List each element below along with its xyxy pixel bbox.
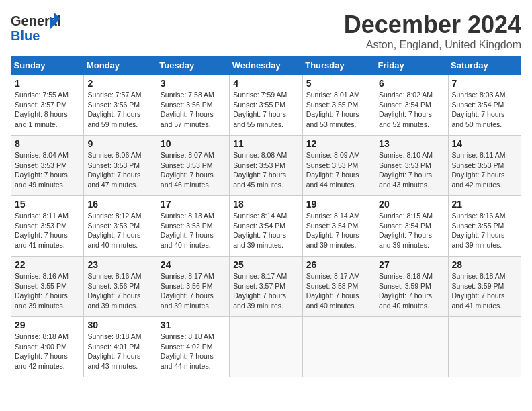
day-number: 4 (233, 78, 298, 89)
day-number: 25 (233, 259, 298, 270)
calendar-cell: 24Sunrise: 8:17 AM Sunset: 3:56 PM Dayli… (157, 257, 229, 317)
week-row-4: 22Sunrise: 8:16 AM Sunset: 3:55 PM Dayli… (11, 257, 521, 317)
day-info: Sunrise: 8:07 AM Sunset: 3:53 PM Dayligh… (161, 150, 226, 190)
day-number: 17 (161, 199, 226, 210)
week-row-3: 15Sunrise: 8:11 AM Sunset: 3:53 PM Dayli… (11, 196, 521, 257)
logo: GeneralBlue (11, 11, 64, 44)
calendar-cell: 12Sunrise: 8:09 AM Sunset: 3:53 PM Dayli… (302, 136, 375, 196)
day-number: 28 (452, 259, 517, 270)
day-info: Sunrise: 8:03 AM Sunset: 3:54 PM Dayligh… (452, 90, 517, 130)
day-number: 22 (15, 259, 80, 270)
day-number: 6 (379, 78, 444, 89)
day-info: Sunrise: 8:04 AM Sunset: 3:53 PM Dayligh… (15, 150, 80, 190)
title-block: December 2024 Aston, England, United Kin… (344, 11, 521, 51)
calendar-cell: 27Sunrise: 8:18 AM Sunset: 3:59 PM Dayli… (375, 257, 448, 317)
week-row-2: 8Sunrise: 8:04 AM Sunset: 3:53 PM Daylig… (11, 136, 521, 196)
calendar-table: SundayMondayTuesdayWednesdayThursdayFrid… (11, 56, 521, 377)
day-info: Sunrise: 8:01 AM Sunset: 3:55 PM Dayligh… (306, 90, 371, 130)
weekday-header-friday: Friday (375, 56, 448, 75)
weekday-header-monday: Monday (84, 56, 157, 75)
day-info: Sunrise: 8:14 AM Sunset: 3:54 PM Dayligh… (233, 211, 298, 250)
week-row-1: 1Sunrise: 7:55 AM Sunset: 3:57 PM Daylig… (11, 75, 521, 136)
day-number: 24 (161, 259, 226, 270)
day-info: Sunrise: 8:06 AM Sunset: 3:53 PM Dayligh… (87, 150, 152, 190)
day-info: Sunrise: 8:17 AM Sunset: 3:56 PM Dayligh… (161, 271, 226, 311)
day-info: Sunrise: 8:12 AM Sunset: 3:53 PM Dayligh… (87, 211, 152, 250)
calendar-cell: 16Sunrise: 8:12 AM Sunset: 3:53 PM Dayli… (84, 196, 157, 257)
week-row-5: 29Sunrise: 8:18 AM Sunset: 4:00 PM Dayli… (11, 317, 521, 377)
calendar-cell: 28Sunrise: 8:18 AM Sunset: 3:59 PM Dayli… (448, 257, 521, 317)
day-number: 20 (379, 199, 444, 210)
calendar-cell: 29Sunrise: 8:18 AM Sunset: 4:00 PM Dayli… (11, 317, 84, 377)
calendar-cell: 15Sunrise: 8:11 AM Sunset: 3:53 PM Dayli… (11, 196, 84, 257)
calendar-cell: 17Sunrise: 8:13 AM Sunset: 3:53 PM Dayli… (157, 196, 229, 257)
day-number: 16 (87, 199, 152, 210)
calendar-cell: 10Sunrise: 8:07 AM Sunset: 3:53 PM Dayli… (157, 136, 229, 196)
day-info: Sunrise: 8:02 AM Sunset: 3:54 PM Dayligh… (379, 90, 444, 130)
calendar-cell (448, 317, 521, 377)
day-number: 30 (87, 320, 152, 330)
location: Aston, England, United Kingdom (344, 39, 521, 51)
calendar-cell: 19Sunrise: 8:14 AM Sunset: 3:54 PM Dayli… (302, 196, 375, 257)
day-number: 2 (87, 78, 152, 89)
weekday-header-tuesday: Tuesday (157, 56, 229, 75)
day-info: Sunrise: 7:55 AM Sunset: 3:57 PM Dayligh… (15, 90, 80, 130)
calendar-cell: 26Sunrise: 8:17 AM Sunset: 3:58 PM Dayli… (302, 257, 375, 317)
day-info: Sunrise: 8:18 AM Sunset: 4:02 PM Dayligh… (161, 332, 226, 371)
weekday-header-wednesday: Wednesday (230, 56, 302, 75)
calendar-cell (375, 317, 448, 377)
header: GeneralBlue December 2024 Aston, England… (11, 11, 521, 51)
day-number: 26 (306, 259, 371, 270)
calendar-cell: 9Sunrise: 8:06 AM Sunset: 3:53 PM Daylig… (84, 136, 157, 196)
calendar-cell: 2Sunrise: 7:57 AM Sunset: 3:56 PM Daylig… (84, 75, 157, 136)
day-number: 27 (379, 259, 444, 270)
day-info: Sunrise: 7:59 AM Sunset: 3:55 PM Dayligh… (233, 90, 298, 130)
day-info: Sunrise: 8:16 AM Sunset: 3:55 PM Dayligh… (15, 271, 80, 311)
weekday-header-thursday: Thursday (302, 56, 375, 75)
day-number: 21 (452, 199, 517, 210)
calendar-cell (230, 317, 302, 377)
day-number: 14 (452, 138, 517, 149)
day-number: 15 (15, 199, 80, 210)
calendar-cell: 20Sunrise: 8:15 AM Sunset: 3:54 PM Dayli… (375, 196, 448, 257)
day-number: 12 (306, 138, 371, 149)
calendar-cell: 8Sunrise: 8:04 AM Sunset: 3:53 PM Daylig… (11, 136, 84, 196)
calendar-cell: 31Sunrise: 8:18 AM Sunset: 4:02 PM Dayli… (157, 317, 229, 377)
day-number: 18 (233, 199, 298, 210)
svg-text:Blue: Blue (11, 28, 40, 43)
day-info: Sunrise: 8:08 AM Sunset: 3:53 PM Dayligh… (233, 150, 298, 190)
day-number: 19 (306, 199, 371, 210)
day-number: 1 (15, 78, 80, 89)
calendar-cell: 13Sunrise: 8:10 AM Sunset: 3:53 PM Dayli… (375, 136, 448, 196)
day-info: Sunrise: 8:18 AM Sunset: 4:01 PM Dayligh… (87, 332, 152, 371)
day-info: Sunrise: 8:17 AM Sunset: 3:58 PM Dayligh… (306, 271, 371, 311)
day-number: 29 (15, 320, 80, 330)
calendar-cell: 14Sunrise: 8:11 AM Sunset: 3:53 PM Dayli… (448, 136, 521, 196)
day-info: Sunrise: 8:18 AM Sunset: 3:59 PM Dayligh… (452, 271, 517, 311)
calendar-cell: 11Sunrise: 8:08 AM Sunset: 3:53 PM Dayli… (230, 136, 302, 196)
calendar-cell: 5Sunrise: 8:01 AM Sunset: 3:55 PM Daylig… (302, 75, 375, 136)
calendar-cell: 1Sunrise: 7:55 AM Sunset: 3:57 PM Daylig… (11, 75, 84, 136)
day-info: Sunrise: 8:14 AM Sunset: 3:54 PM Dayligh… (306, 211, 371, 250)
day-number: 8 (15, 138, 80, 149)
calendar-cell: 25Sunrise: 8:17 AM Sunset: 3:57 PM Dayli… (230, 257, 302, 317)
day-number: 9 (87, 138, 152, 149)
calendar-cell: 30Sunrise: 8:18 AM Sunset: 4:01 PM Dayli… (84, 317, 157, 377)
day-info: Sunrise: 8:11 AM Sunset: 3:53 PM Dayligh… (15, 211, 80, 250)
calendar-cell: 7Sunrise: 8:03 AM Sunset: 3:54 PM Daylig… (448, 75, 521, 136)
day-info: Sunrise: 8:17 AM Sunset: 3:57 PM Dayligh… (233, 271, 298, 311)
day-info: Sunrise: 7:57 AM Sunset: 3:56 PM Dayligh… (87, 90, 152, 130)
calendar-cell (302, 317, 375, 377)
calendar-cell: 18Sunrise: 8:14 AM Sunset: 3:54 PM Dayli… (230, 196, 302, 257)
calendar-cell: 23Sunrise: 8:16 AM Sunset: 3:56 PM Dayli… (84, 257, 157, 317)
day-info: Sunrise: 8:10 AM Sunset: 3:53 PM Dayligh… (379, 150, 444, 190)
day-number: 7 (452, 78, 517, 89)
day-info: Sunrise: 8:16 AM Sunset: 3:56 PM Dayligh… (87, 271, 152, 311)
day-number: 31 (161, 320, 226, 330)
weekday-header-saturday: Saturday (448, 56, 521, 75)
day-info: Sunrise: 8:13 AM Sunset: 3:53 PM Dayligh… (161, 211, 226, 250)
day-number: 11 (233, 138, 298, 149)
day-info: Sunrise: 8:09 AM Sunset: 3:53 PM Dayligh… (306, 150, 371, 190)
calendar-cell: 6Sunrise: 8:02 AM Sunset: 3:54 PM Daylig… (375, 75, 448, 136)
calendar-cell: 22Sunrise: 8:16 AM Sunset: 3:55 PM Dayli… (11, 257, 84, 317)
